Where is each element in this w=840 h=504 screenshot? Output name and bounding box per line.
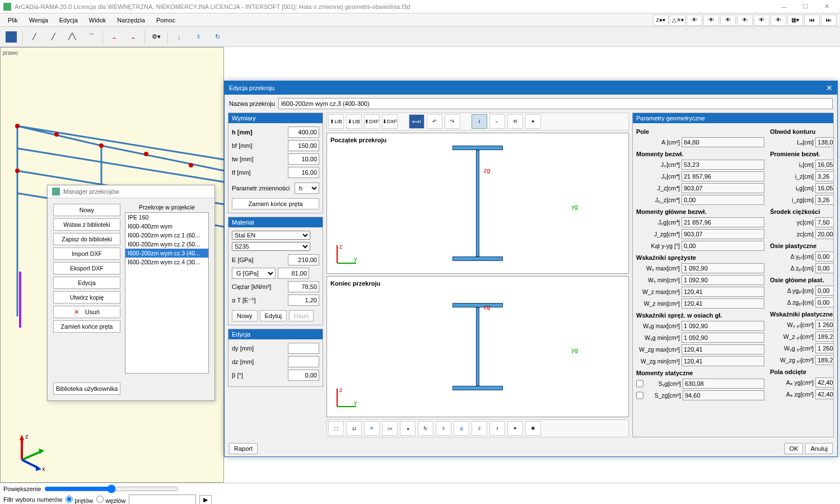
bt-1[interactable]: ⬚ bbox=[328, 421, 344, 436]
material-class[interactable]: Stal EN bbox=[232, 231, 310, 240]
lib-in-icon[interactable]: ⬇LIB bbox=[346, 114, 362, 129]
bt-12[interactable]: ✚ bbox=[525, 421, 541, 436]
h-input[interactable] bbox=[288, 127, 319, 138]
bt-9[interactable]: ⫴ bbox=[472, 421, 487, 436]
ok-button[interactable]: OK bbox=[785, 443, 804, 454]
view-toggle-2[interactable]: △✕▾ bbox=[670, 15, 685, 26]
view-btn-5[interactable]: 👁 bbox=[720, 15, 736, 26]
bt-5[interactable]: ⬥ bbox=[400, 421, 416, 436]
maximize-button[interactable]: ☐ bbox=[795, 1, 815, 12]
tool-gear[interactable]: ⚙▾ bbox=[148, 29, 164, 45]
view-btn-7[interactable]: 👁 bbox=[754, 15, 769, 26]
mgr-kopia[interactable]: Utwórz kopię bbox=[53, 291, 120, 304]
ibeam-icon[interactable]: I bbox=[472, 114, 487, 129]
beta-input[interactable] bbox=[288, 370, 319, 381]
mgr-edycja[interactable]: Edycja bbox=[53, 277, 120, 289]
ciezar-input[interactable] bbox=[288, 281, 319, 292]
section-view-top[interactable]: Początek przekroju zy yg zg bbox=[326, 133, 629, 274]
lib-out-icon[interactable]: ⬆LIB bbox=[328, 114, 344, 129]
section-view-bot[interactable]: Koniec przekroju zy yg zg bbox=[326, 276, 629, 417]
tool-line-1[interactable]: ╱ bbox=[26, 29, 42, 45]
axes-icon[interactable]: ✦ bbox=[525, 114, 541, 129]
tool-load-dist[interactable]: ⫴ bbox=[190, 29, 206, 45]
section-mode-icon[interactable]: ⟷I bbox=[409, 114, 424, 129]
raport-button[interactable]: Raport bbox=[229, 443, 258, 454]
g-select[interactable]: G [GPa] bbox=[232, 268, 276, 279]
view-btn-9[interactable]: ▦▾ bbox=[787, 15, 803, 26]
alpha-input[interactable] bbox=[288, 295, 319, 306]
mgr-import[interactable]: Import DXF bbox=[53, 248, 120, 260]
bt-4[interactable]: ▭ bbox=[382, 421, 398, 436]
dz-input[interactable] bbox=[288, 356, 319, 367]
syg-cb[interactable] bbox=[636, 379, 643, 389]
redo-icon[interactable]: ↷ bbox=[445, 114, 460, 129]
bf-input[interactable] bbox=[288, 140, 319, 151]
bt-11[interactable]: ✦ bbox=[507, 421, 523, 436]
g-input[interactable] bbox=[278, 268, 309, 279]
bt-10[interactable]: I bbox=[489, 421, 505, 436]
list-item-selected[interactable]: I600-200zm wym cz.3 (40... bbox=[125, 249, 208, 258]
view-prev[interactable]: ⏮ bbox=[804, 15, 820, 26]
view-toggle-1[interactable]: z●▾ bbox=[653, 15, 669, 26]
tool-support-1[interactable]: ⫠ bbox=[106, 29, 122, 45]
mgr-eksport[interactable]: Eksport DXF bbox=[53, 262, 120, 274]
tool-polyline[interactable]: ╱╲ bbox=[64, 29, 80, 45]
angle-icon[interactable]: ⌐ bbox=[489, 114, 505, 129]
list-item[interactable]: I600-200zm wym cz.2 (50... bbox=[125, 240, 208, 249]
filter-go[interactable]: ▶ bbox=[199, 495, 212, 505]
tf-input[interactable] bbox=[288, 167, 319, 178]
zoom-slider[interactable] bbox=[44, 484, 179, 493]
view-next[interactable]: ⏭ bbox=[821, 15, 837, 26]
undo-icon[interactable]: ↶ bbox=[427, 114, 442, 129]
manager-dialog[interactable]: Manager przekrojów Nowy Wstaw z bibliote… bbox=[47, 185, 215, 401]
bt-8[interactable]: ⫼ bbox=[454, 421, 469, 436]
list-item[interactable]: I600-200zm wym cz.4 (30... bbox=[125, 258, 208, 267]
list-item[interactable]: IPE 160 bbox=[125, 213, 208, 222]
view-btn-3[interactable]: 👁 bbox=[687, 15, 702, 26]
filter-pretow[interactable]: prętów bbox=[66, 496, 93, 504]
mgr-biblioteka[interactable]: Biblioteka użytkownika bbox=[53, 382, 120, 395]
dxf-out-icon[interactable]: ⬆DXF bbox=[364, 114, 380, 129]
menu-pomoc[interactable]: Pomoc bbox=[152, 16, 180, 25]
menu-widok[interactable]: Widok bbox=[85, 16, 111, 25]
menu-edycja[interactable]: Edycja bbox=[55, 16, 82, 25]
wymiary-zamien[interactable]: Zamień końce pręta bbox=[232, 198, 319, 209]
bt-x[interactable]: ✕ bbox=[364, 421, 380, 436]
bt-7[interactable]: ⫴ bbox=[436, 421, 451, 436]
close-button[interactable]: ✕ bbox=[816, 1, 837, 12]
tw-input[interactable] bbox=[288, 153, 319, 165]
mat-edytuj[interactable]: Edytuj bbox=[260, 310, 287, 321]
tool-load-point[interactable]: ↓ bbox=[171, 29, 187, 45]
dy-input[interactable] bbox=[288, 343, 319, 354]
tool-line-2[interactable]: ╱ bbox=[45, 29, 61, 45]
menu-narzedzia[interactable]: Narzędzia bbox=[113, 16, 150, 25]
view-btn-6[interactable]: 👁 bbox=[737, 15, 753, 26]
szg-cb[interactable] bbox=[636, 390, 643, 400]
dxf-in-icon[interactable]: ⬇DXF bbox=[382, 114, 398, 129]
list-item[interactable]: I600-400zm wym bbox=[125, 222, 208, 231]
minimize-button[interactable]: — bbox=[774, 1, 794, 12]
menu-wersja[interactable]: Wersja bbox=[25, 16, 53, 25]
bt-6[interactable]: ↻ bbox=[418, 421, 433, 436]
view-btn-8[interactable]: 👁 bbox=[771, 15, 786, 26]
param-select[interactable]: h bbox=[295, 183, 319, 194]
anuluj-button[interactable]: Anuluj bbox=[805, 443, 833, 454]
mgr-zapisz[interactable]: Zapisz do biblioteki bbox=[53, 233, 120, 245]
menu-plik[interactable]: Plik bbox=[3, 16, 22, 25]
filter-wezlow[interactable]: węzłów bbox=[96, 496, 125, 504]
bt-2[interactable]: ⊔ bbox=[346, 421, 362, 436]
tool-arc[interactable]: ⌒ bbox=[83, 29, 99, 45]
tool-support-2[interactable]: ⫠ bbox=[125, 29, 141, 45]
mat-nowy[interactable]: Nowy bbox=[232, 310, 258, 321]
tool-load-moment[interactable]: ↻ bbox=[209, 29, 225, 45]
save-button[interactable] bbox=[3, 29, 19, 45]
mgr-nowy[interactable]: Nowy bbox=[53, 204, 120, 216]
rotate-3d-icon[interactable]: ⟲ bbox=[507, 114, 523, 129]
list-item[interactable]: I600-200zm wym cz.1 (60... bbox=[125, 231, 208, 240]
view-btn-4[interactable]: 👁 bbox=[703, 15, 719, 26]
nazwa-input[interactable] bbox=[278, 98, 833, 109]
mgr-wstaw[interactable]: Wstaw z biblioteki bbox=[53, 218, 120, 231]
material-grade[interactable]: S235 bbox=[232, 242, 310, 251]
mgr-zamien[interactable]: Zamień końce pręta bbox=[53, 320, 120, 333]
mgr-usun[interactable]: ✕ Usuń bbox=[53, 306, 120, 318]
